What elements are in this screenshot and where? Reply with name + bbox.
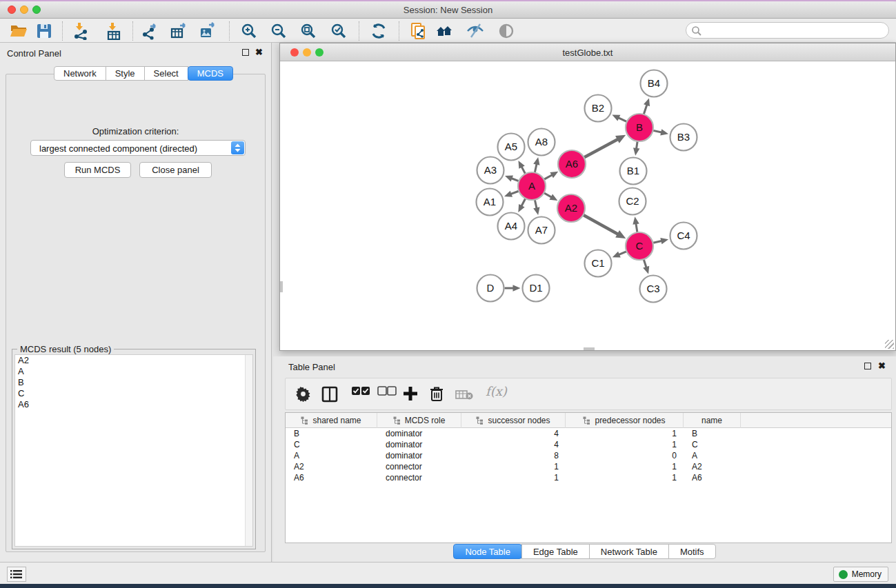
function-builder-icon[interactable]: f(x) xyxy=(486,384,507,398)
tab-style[interactable]: Style xyxy=(106,66,145,81)
graph-edge-C-C4[interactable] xyxy=(653,241,662,243)
tab-network-table[interactable]: Network Table xyxy=(589,544,669,559)
table-row[interactable]: A2connector11A2 xyxy=(286,461,891,472)
mcds-result-item[interactable]: A6 xyxy=(15,399,252,410)
mcds-result-item[interactable]: C xyxy=(15,388,252,399)
table-cell[interactable]: connector xyxy=(377,472,461,483)
float-panel-icon[interactable] xyxy=(242,49,249,56)
tab-node-table[interactable]: Node Table xyxy=(453,544,522,559)
table-cell[interactable]: 4 xyxy=(461,439,566,450)
search-input[interactable] xyxy=(704,24,884,37)
table-cell[interactable]: C xyxy=(286,439,377,450)
table-cell[interactable]: dominator xyxy=(377,439,461,450)
graph-edge-B-B2[interactable] xyxy=(618,117,627,121)
criterion-select[interactable]: largest connected component (directed) xyxy=(30,140,246,156)
column-header-MCDS-role[interactable]: MCDS role xyxy=(377,413,461,428)
table-cell[interactable]: A xyxy=(286,450,377,461)
hide-details-icon[interactable] xyxy=(466,22,484,40)
deselect-all-columns-icon[interactable] xyxy=(377,386,397,396)
table-cell[interactable]: dominator xyxy=(377,428,461,439)
import-network-icon[interactable] xyxy=(72,22,90,40)
tab-motifs[interactable]: Motifs xyxy=(668,544,716,559)
add-column-icon[interactable] xyxy=(403,386,418,401)
network-graph[interactable]: B4B2BB3A8A5A6A3B1AA1C2A2A4A7C4CC1DD1C3 xyxy=(280,61,895,350)
first-neighbors-icon[interactable] xyxy=(435,22,453,40)
gear-icon[interactable] xyxy=(295,386,311,402)
table-cell[interactable]: A6 xyxy=(286,472,377,483)
mcds-result-item[interactable]: A xyxy=(15,366,252,377)
table-cell[interactable]: A6 xyxy=(684,472,741,483)
graph-edge-C-C2[interactable] xyxy=(636,223,637,232)
column-header-shared-name[interactable]: shared name xyxy=(286,413,377,428)
table-row[interactable]: Bdominator41B xyxy=(286,428,891,439)
tab-edge-table[interactable]: Edge Table xyxy=(521,544,590,559)
export-network-icon[interactable] xyxy=(141,22,159,40)
table-cell[interactable]: A2 xyxy=(684,461,741,472)
open-file-icon[interactable] xyxy=(10,22,28,40)
mcds-result-item[interactable]: B xyxy=(15,377,252,388)
zoom-in-icon[interactable] xyxy=(240,22,258,40)
tab-select[interactable]: Select xyxy=(144,66,188,81)
save-icon[interactable] xyxy=(35,22,53,40)
table-row[interactable]: Cdominator41C xyxy=(286,439,891,450)
task-history-button[interactable] xyxy=(7,567,26,582)
memory-button[interactable]: Memory xyxy=(833,567,888,582)
graph-edge-A6-B[interactable] xyxy=(584,139,619,157)
table-row[interactable]: Adominator80A xyxy=(286,450,891,461)
mcds-result-list[interactable]: A2ABCA6 xyxy=(14,354,253,547)
table-cell[interactable]: 0 xyxy=(566,450,684,461)
close-panel-button[interactable]: Close panel xyxy=(139,162,212,178)
window-resize-grip[interactable] xyxy=(885,340,894,349)
table-cell[interactable]: 1 xyxy=(566,461,684,472)
table-cell[interactable]: A2 xyxy=(286,461,377,472)
scrollbar-track[interactable] xyxy=(245,355,252,546)
table-cell[interactable]: 1 xyxy=(566,439,684,450)
column-header-name[interactable]: name xyxy=(684,413,741,428)
table-cell[interactable]: 1 xyxy=(566,428,684,439)
table-cell[interactable]: connector xyxy=(377,461,461,472)
table-cell[interactable]: 8 xyxy=(461,450,566,461)
mcds-result-item[interactable]: A2 xyxy=(15,355,252,366)
network-vertical-scrollbar[interactable] xyxy=(280,281,283,292)
zoom-selected-icon[interactable] xyxy=(330,22,348,40)
tab-network[interactable]: Network xyxy=(54,66,106,81)
node-table[interactable]: shared nameMCDS rolesuccessor nodesprede… xyxy=(285,412,892,543)
graph-edge-B-B4[interactable] xyxy=(644,104,647,114)
graph-edge-A-A7[interactable] xyxy=(535,200,537,209)
tab-mcds[interactable]: MCDS xyxy=(188,66,233,81)
import-table-icon[interactable] xyxy=(105,22,123,40)
zoom-out-icon[interactable] xyxy=(270,22,288,40)
table-cell[interactable]: 1 xyxy=(461,472,566,483)
close-panel-icon[interactable]: ✖ xyxy=(255,47,263,58)
column-header-predecessor-nodes[interactable]: predecessor nodes xyxy=(566,413,684,428)
zoom-fit-icon[interactable] xyxy=(299,22,317,40)
table-cell[interactable]: A xyxy=(684,450,741,461)
table-cell[interactable]: B xyxy=(286,428,377,439)
graph-edge-B-B3[interactable] xyxy=(653,130,662,132)
refresh-layout-icon[interactable] xyxy=(370,22,388,40)
export-table-icon[interactable] xyxy=(170,22,188,40)
run-mcds-button[interactable]: Run MCDS xyxy=(64,162,131,178)
column-mode-icon[interactable] xyxy=(321,386,338,403)
close-panel-icon[interactable]: ✖ xyxy=(878,361,886,372)
float-panel-icon[interactable] xyxy=(864,363,871,369)
graph-edge-A-A6[interactable] xyxy=(544,174,552,179)
network-window-titlebar[interactable]: testGlobe.txt xyxy=(280,43,895,61)
table-cell[interactable]: C xyxy=(684,439,741,450)
graph-edge-A2-C[interactable] xyxy=(584,215,619,234)
network-horizontal-scrollbar[interactable] xyxy=(584,347,595,350)
show-details-icon[interactable] xyxy=(497,22,515,40)
table-cell[interactable]: dominator xyxy=(377,450,461,461)
table-cell[interactable]: 1 xyxy=(566,472,684,483)
table-cell[interactable]: 4 xyxy=(461,428,566,439)
table-cell[interactable]: 1 xyxy=(461,461,566,472)
graph-edge-A-A2[interactable] xyxy=(544,193,552,198)
graph-edge-A-A8[interactable] xyxy=(535,163,537,172)
table-cell[interactable]: B xyxy=(684,428,741,439)
export-image-icon[interactable] xyxy=(199,22,217,40)
table-row[interactable]: A6connector11A6 xyxy=(286,472,891,483)
column-header-successor-nodes[interactable]: successor nodes xyxy=(461,413,566,428)
duplicate-network-icon[interactable] xyxy=(410,22,428,40)
delete-column-icon[interactable] xyxy=(429,386,444,402)
delete-table-icon[interactable] xyxy=(455,390,473,400)
